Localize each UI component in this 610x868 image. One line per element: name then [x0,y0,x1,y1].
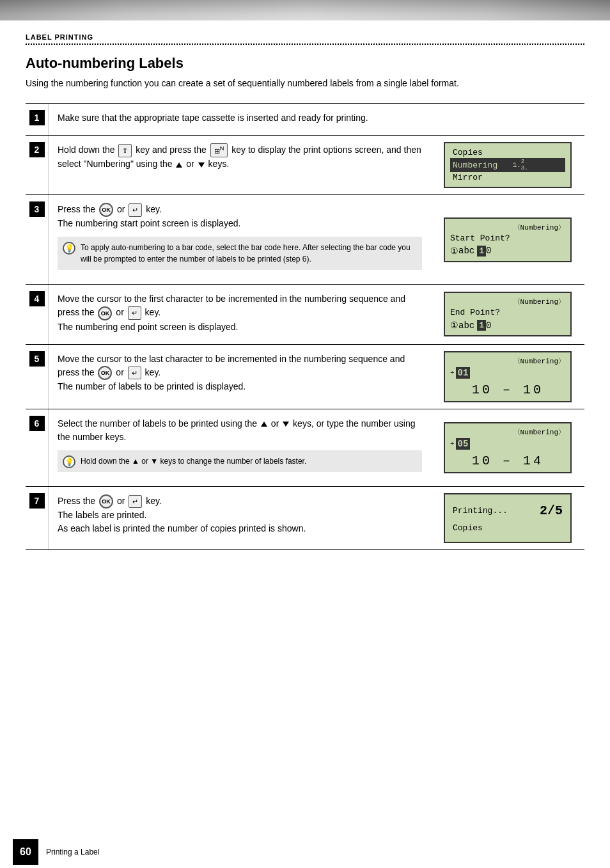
steps-container: 1 Make sure that the appropriate tape ca… [26,103,584,550]
step-3-text: Press the OK or ↵ key. The numbering sta… [58,203,422,230]
lcd-start-point-label: Start Point? [450,233,565,243]
lcd-mirror-row: Mirror [450,172,565,183]
step-3-screen: 〈Numbering〉 Start Point? ① abc 1 0 [431,195,584,284]
step-6-text: Select the number of labels to be printe… [58,417,422,444]
lcd-highlighted-1: 1 [477,246,486,256]
top-decorative-bar [0,0,610,20]
footer-text: Printing a Label [46,848,99,856]
lcd-numbering-row: Numbering 1.23. [450,158,565,172]
lcd-scroll-icon-6: ÷ [450,440,455,448]
lcd-printing-row: Printing... 2/5 [453,503,563,518]
lcd-printing-count: 2/5 [540,503,563,518]
lcd-count-indicator-6: ÷ 05 [450,438,565,450]
step-2-content: Hold down the ⇧ key and press the ⊞N key… [49,136,431,194]
step-1-number-col: 1 [26,104,49,135]
shift-key-icon: ⇧ [118,144,132,157]
ok-key-icon-5: OK [98,366,112,380]
lcd-cursor-4: ① [450,320,458,331]
lcd-scroll-icon: ÷ [450,369,455,377]
step-7-text: Press the OK or ↵ key. The labels are pr… [58,494,422,535]
lcd-numbering-header-5: 〈Numbering〉 [450,356,565,366]
step-3-tip: 💡 To apply auto-numbering to a bar code,… [58,237,422,270]
step-7-screen: Printing... 2/5 Copies [431,487,584,549]
lcd-05: 05 [456,438,471,450]
lcd-printing: Printing... 2/5 Copies [444,493,572,543]
step-7-number-col: 7 [26,487,49,549]
lcd-copies-label: Copies [453,523,563,533]
step-5: 5 Move the cursor to the last character … [26,345,584,409]
step-6-number: 6 [29,416,45,431]
lcd-copies-row: Copies [450,147,565,158]
step-7-content: Press the OK or ↵ key. The labels are pr… [49,487,431,549]
step-4-screen: 〈Numbering〉 End Point? ① abc 1 0 [431,285,584,343]
lcd-end-point-value: ① abc 1 0 [450,320,565,331]
step-6-screen: 〈Numbering〉 ÷ 05 10 – 14 [431,409,584,486]
step-7-number: 7 [29,493,45,509]
dots-divider [26,43,584,45]
step-3: 3 Press the OK or ↵ key. The numbering s… [26,195,584,285]
lcd-label-count-05: 〈Numbering〉 ÷ 05 10 – 14 [444,422,572,473]
step-6-tip: 💡 Hold down the ▲ or ▼ keys to change th… [58,450,422,472]
lcd-01: 01 [456,367,471,379]
page-footer: 60 Printing a Label [0,836,610,868]
step-3-number: 3 [29,201,45,217]
ok-key-icon-4: OK [98,306,112,320]
lcd-printing-label: Printing... [453,506,508,516]
step-4-content: Move the cursor to the first character t… [49,285,431,343]
step-5-number: 5 [29,351,45,367]
enter-key-icon-7: ↵ [129,495,142,509]
step-4-text: Move the cursor to the first character t… [58,292,422,333]
lcd-range-01: 10 – 10 [450,383,565,397]
lcd-abc-4: abc [458,320,474,331]
arrow-up-icon-6 [261,422,267,427]
step-1-number: 1 [29,110,45,125]
enter-key-icon-5: ↵ [128,367,141,380]
tip-icon: 💡 [63,242,75,255]
print-key-icon: ⊞N [210,143,228,157]
step-5-content: Move the cursor to the last character to… [49,345,431,409]
step-1: 1 Make sure that the appropriate tape ca… [26,104,584,136]
lcd-zero-1: 0 [486,246,491,256]
step-5-screen: 〈Numbering〉 ÷ 01 10 – 10 [431,345,584,409]
step-3-content: Press the OK or ↵ key. The numbering sta… [49,195,431,284]
lcd-zero-4: 0 [486,320,491,331]
page-title: Auto-numbering Labels [26,55,584,72]
lcd-label-count-01: 〈Numbering〉 ÷ 01 10 – 10 [444,351,572,402]
tip-icon-6: 💡 [63,455,75,468]
arrow-down-icon [198,162,205,168]
lcd-start-point: 〈Numbering〉 Start Point? ① abc 1 0 [444,217,572,262]
lcd-numbering-header-4: 〈Numbering〉 [450,297,565,306]
step-2-number: 2 [29,142,45,157]
enter-key-icon-4: ↵ [128,306,141,320]
step-5-text: Move the cursor to the last character to… [58,352,422,393]
lcd-numbering-header-6: 〈Numbering〉 [450,427,565,437]
lcd-count-indicator: ÷ 01 [450,367,565,379]
arrow-up-icon [176,162,182,168]
step-4-number: 4 [29,291,45,306]
step-4: 4 Move the cursor to the first character… [26,285,584,344]
step-6-content: Select the number of labels to be printe… [49,409,431,486]
step-5-number-col: 5 [26,345,49,409]
step-6-number-col: 6 [26,409,49,486]
step-7: 7 Press the OK or ↵ key. The labels are … [26,487,584,550]
lcd-highlighted-4: 1 [477,320,486,331]
lcd-start-point-value: ① abc 1 0 [450,246,565,256]
page-description: Using the numbering function you can cre… [26,77,584,90]
step-1-text: Make sure that the appropriate tape cass… [58,111,575,125]
lcd-numbering-header-3: 〈Numbering〉 [450,223,565,232]
arrow-down-icon-6 [283,422,289,427]
step-2: 2 Hold down the ⇧ key and press the ⊞N k… [26,136,584,195]
lcd-range-05: 10 – 14 [450,454,565,468]
step-2-screen: Copies Numbering 1.23. Mirror [431,136,584,194]
ok-key-icon: OK [99,203,113,217]
page-number: 60 [13,839,38,865]
step-6: 6 Select the number of labels to be prin… [26,409,584,487]
enter-key-icon: ↵ [129,203,142,217]
lcd-cursor: ① [450,246,458,256]
step-1-content: Make sure that the appropriate tape cass… [49,104,584,135]
lcd-end-point-label: End Point? [450,308,565,317]
step-3-number-col: 3 [26,195,49,284]
step-2-text: Hold down the ⇧ key and press the ⊞N key… [58,143,422,171]
ok-key-icon-7: OK [99,494,113,509]
lcd-numbering-menu: Copies Numbering 1.23. Mirror [444,142,572,188]
